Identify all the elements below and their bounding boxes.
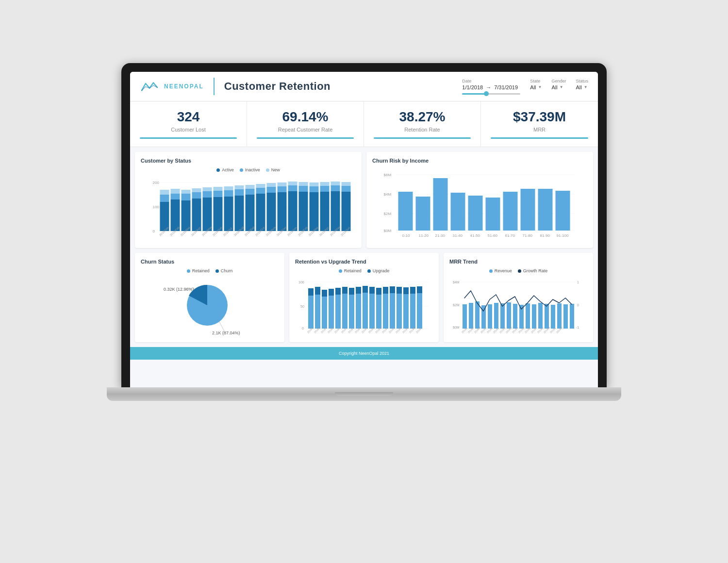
svg-rect-50	[310, 182, 319, 186]
brand-name: NEENOPAL	[164, 83, 204, 90]
legend-dot-retained-pie	[187, 269, 190, 273]
svg-rect-181	[481, 305, 486, 329]
svg-rect-191	[545, 304, 549, 329]
customer-by-status-chart: Customer by Status Active Inactive	[135, 152, 362, 248]
gender-filter-value[interactable]: All ▼	[551, 84, 566, 90]
svg-text:$0M: $0M	[384, 229, 392, 233]
svg-rect-139	[376, 288, 381, 295]
svg-rect-185	[507, 302, 511, 329]
svg-rect-132	[356, 294, 361, 329]
svg-text:$2M: $2M	[453, 303, 460, 307]
svg-rect-23	[214, 187, 223, 191]
svg-rect-148	[410, 294, 415, 329]
kpi-value-mrr: $37.39M	[491, 109, 588, 125]
svg-rect-17	[192, 188, 201, 192]
svg-rect-145	[397, 287, 402, 294]
svg-rect-8	[160, 190, 169, 195]
kpi-value-customer-lost: 324	[140, 109, 237, 125]
svg-text:100: 100	[153, 205, 160, 209]
footer: Copyright NeenOpal 2021	[130, 347, 598, 360]
svg-rect-194	[563, 304, 568, 329]
svg-rect-22	[214, 191, 223, 197]
svg-rect-143	[390, 286, 395, 293]
svg-rect-34	[256, 188, 265, 194]
date-to: 7/31/2019	[494, 84, 518, 90]
status-filter[interactable]: Status All ▼	[576, 79, 588, 90]
dashboard: NEENOPAL Customer Retention Date 1/1/201…	[130, 72, 598, 387]
status-filter-value[interactable]: All ▼	[576, 84, 588, 90]
svg-rect-19	[203, 191, 212, 198]
pie-container: 0.32K (12.96%) 2.1K (87.04%)	[141, 276, 279, 334]
svg-text:0-10: 0-10	[402, 233, 411, 238]
svg-rect-146	[403, 294, 409, 329]
svg-rect-90	[468, 196, 483, 231]
kpi-retention-rate: 38.27% Retention Rate	[364, 101, 481, 147]
date-sep: →	[486, 84, 491, 90]
svg-rect-47	[299, 182, 308, 186]
svg-rect-195	[570, 304, 574, 329]
date-filter[interactable]: Date 1/1/2018 → 7/31/2019	[462, 79, 520, 95]
svg-rect-119	[308, 288, 314, 296]
svg-text:-1: -1	[576, 326, 579, 329]
svg-rect-125	[329, 289, 334, 296]
bottom-charts-row: Churn Status Retained Churn	[130, 253, 598, 347]
legend-inactive: Inactive	[240, 167, 260, 172]
svg-text:2018/F: 2018/F	[313, 326, 320, 333]
status-filter-label: Status	[576, 79, 588, 83]
svg-rect-35	[256, 184, 265, 188]
kpi-label-repeat-rate: Repeat Customer Rate	[257, 127, 354, 132]
svg-text:2019/J: 2019/J	[549, 326, 556, 333]
svg-text:51-60: 51-60	[488, 233, 498, 238]
svg-text:2019/M: 2019/M	[408, 326, 416, 334]
customer-by-status-title: Customer by Status	[141, 158, 356, 164]
svg-rect-184	[500, 303, 505, 329]
svg-text:2018/F: 2018/F	[467, 326, 474, 333]
svg-rect-41	[278, 182, 287, 186]
svg-rect-42	[288, 191, 298, 231]
legend-upgrade-bar: Upgrade	[367, 268, 390, 273]
legend-label-new: New	[271, 167, 280, 172]
svg-rect-140	[383, 294, 388, 329]
svg-rect-134	[363, 293, 368, 329]
svg-rect-95	[556, 191, 570, 231]
svg-rect-187	[519, 305, 524, 329]
svg-rect-192	[551, 305, 555, 329]
svg-rect-150	[417, 293, 422, 329]
gender-chevron-icon: ▼	[560, 85, 563, 89]
svg-text:1: 1	[577, 281, 579, 284]
svg-rect-31	[246, 189, 255, 195]
state-filter[interactable]: State All ▼	[530, 79, 542, 90]
svg-rect-30	[246, 195, 255, 231]
churn-status-title: Churn Status	[141, 259, 279, 265]
svg-text:$4M: $4M	[453, 281, 460, 284]
kpi-underline-2	[374, 137, 471, 139]
state-filter-value[interactable]: All ▼	[530, 84, 542, 90]
legend-dot-retained-bar	[339, 269, 342, 273]
svg-rect-124	[329, 296, 334, 329]
date-slider[interactable]	[462, 93, 520, 95]
svg-rect-127	[335, 288, 341, 295]
svg-text:21-30: 21-30	[435, 233, 446, 238]
svg-text:$4M: $4M	[384, 192, 392, 197]
svg-rect-45	[299, 192, 308, 231]
gender-filter[interactable]: Gender All ▼	[551, 79, 566, 90]
svg-rect-55	[331, 185, 340, 191]
svg-text:2019/A: 2019/A	[555, 326, 563, 334]
svg-rect-52	[320, 186, 330, 192]
svg-rect-136	[369, 294, 375, 329]
svg-rect-137	[369, 287, 375, 294]
svg-text:2019/M: 2019/M	[395, 326, 402, 334]
svg-rect-48	[310, 192, 319, 231]
mrr-trend-chart: MRR Trend Revenue Growth Rate	[444, 253, 593, 342]
svg-rect-118	[308, 296, 314, 329]
svg-rect-33	[256, 194, 265, 231]
svg-rect-21	[214, 197, 223, 231]
svg-rect-26	[224, 186, 233, 190]
svg-rect-128	[342, 294, 347, 329]
retention-upgrade-legend: Retained Upgrade	[295, 268, 433, 273]
kpi-mrr: $37.39M MRR	[481, 101, 598, 147]
kpi-label-retention-rate: Retention Rate	[374, 127, 471, 132]
svg-text:$2M: $2M	[384, 212, 392, 216]
legend-label-churn-pie: Churn	[221, 268, 233, 273]
legend-dot-active	[216, 168, 220, 172]
